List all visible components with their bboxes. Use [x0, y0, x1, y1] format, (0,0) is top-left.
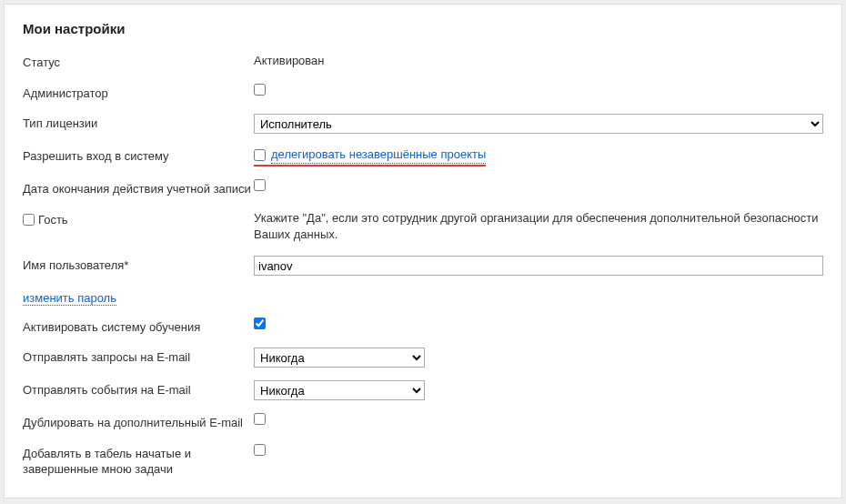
row-add-to-timesheet: Добавлять в табель начатые и завершенные…: [23, 444, 823, 478]
row-account-end: Дата окончания действия учетной записи: [23, 179, 823, 197]
delegate-highlight: делегировать незавершённые проекты: [254, 146, 486, 166]
label-guest: Гость: [38, 212, 68, 228]
label-duplicate-email: Дублировать на дополнительный E-mail: [23, 413, 254, 431]
select-license-type[interactable]: Исполнитель: [254, 114, 823, 134]
checkbox-duplicate-email[interactable]: [254, 413, 266, 425]
link-change-password[interactable]: изменить пароль: [23, 291, 116, 306]
value-status: Активирован: [254, 53, 325, 69]
label-account-end: Дата окончания действия учетной записи: [23, 179, 254, 197]
panel-title: Мои настройки: [23, 21, 823, 36]
label-email-events: Отправлять события на E-mail: [23, 380, 254, 398]
select-email-requests[interactable]: Никогда: [254, 348, 425, 368]
row-activate-learning: Активировать систему обучения: [23, 318, 823, 336]
checkbox-admin[interactable]: [254, 84, 266, 96]
checkbox-guest[interactable]: [23, 214, 35, 226]
checkbox-add-to-timesheet[interactable]: [254, 444, 266, 456]
checkbox-allow-login[interactable]: [254, 149, 266, 161]
row-admin: Администратор: [23, 84, 823, 102]
row-change-password: изменить пароль: [23, 288, 823, 307]
row-status: Статус Активирован: [23, 53, 823, 71]
row-duplicate-email: Дублировать на дополнительный E-mail: [23, 413, 823, 431]
label-license-type: Тип лицензии: [23, 114, 254, 132]
label-activate-learning: Активировать систему обучения: [23, 318, 254, 336]
settings-panel: Мои настройки Статус Активирован Админис…: [4, 4, 842, 499]
row-username: Имя пользователя*: [23, 256, 823, 276]
label-admin: Администратор: [23, 84, 254, 102]
row-license-type: Тип лицензии Исполнитель: [23, 114, 823, 134]
label-username: Имя пользователя*: [23, 256, 254, 274]
hint-guest: Укажите "Да", если это сотрудник другой …: [254, 210, 823, 243]
row-email-requests: Отправлять запросы на E-mail Никогда: [23, 348, 823, 368]
label-allow-login: Разрешить вход в систему: [23, 146, 254, 165]
input-username[interactable]: [254, 256, 823, 276]
select-email-events[interactable]: Никогда: [254, 380, 425, 400]
row-guest: Гость Укажите "Да", если это сотрудник д…: [23, 210, 823, 243]
link-delegate-projects[interactable]: делегировать незавершённые проекты: [271, 146, 486, 164]
row-allow-login: Разрешить вход в систему делегировать не…: [23, 146, 823, 166]
checkbox-account-end[interactable]: [254, 179, 266, 191]
checkbox-activate-learning[interactable]: [254, 318, 266, 329]
label-email-requests: Отправлять запросы на E-mail: [23, 348, 254, 366]
label-status: Статус: [23, 53, 254, 71]
row-email-events: Отправлять события на E-mail Никогда: [23, 380, 823, 400]
label-add-to-timesheet: Добавлять в табель начатые и завершенные…: [23, 444, 254, 478]
